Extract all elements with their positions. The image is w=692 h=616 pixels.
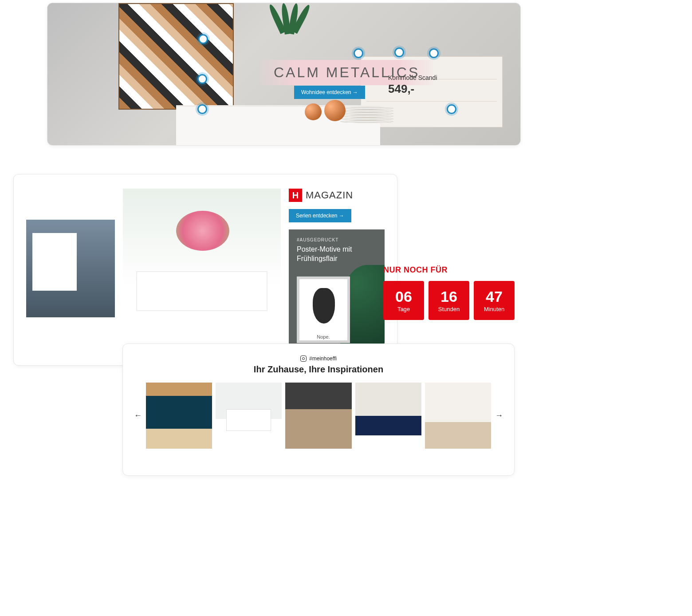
countdown-widget: NUR NOCH FÜR 06 Tage 16 Stunden 47 Minut… bbox=[383, 265, 515, 320]
logo-text: MAGAZIN bbox=[306, 190, 353, 201]
hotspot-marker[interactable] bbox=[197, 104, 207, 114]
instagram-icon bbox=[300, 355, 307, 362]
social-tile[interactable] bbox=[146, 383, 212, 449]
social-hashtag-row: #meinhoeffi bbox=[134, 355, 503, 362]
carousel-prev-button[interactable]: ← bbox=[134, 411, 142, 420]
hotspot-marker[interactable] bbox=[394, 47, 404, 57]
countdown-label: Tage bbox=[397, 306, 410, 312]
social-tiles bbox=[146, 383, 491, 449]
plates-decor bbox=[340, 96, 393, 123]
magazine-logo: H MAGAZIN bbox=[289, 189, 385, 202]
hotspot-marker[interactable] bbox=[429, 48, 439, 58]
countdown-label: Stunden bbox=[438, 306, 460, 312]
flower-decor bbox=[176, 211, 229, 251]
copper-ball-decor bbox=[324, 100, 346, 121]
product-price: 549,- bbox=[388, 82, 437, 96]
countdown-title: NUR NOCH FÜR bbox=[383, 265, 515, 275]
poster-frame-decor bbox=[297, 276, 350, 343]
poster-caption: Nope. bbox=[297, 334, 350, 340]
discover-series-button[interactable]: Serien entdecken → bbox=[289, 209, 351, 222]
logo-h-icon: H bbox=[289, 189, 302, 202]
countdown-value: 16 bbox=[440, 289, 457, 304]
hotspot-marker[interactable] bbox=[354, 48, 363, 58]
hero-product-callout[interactable]: Kommode Scandi 549,- bbox=[388, 74, 437, 96]
social-tile[interactable] bbox=[285, 383, 351, 449]
social-hashtag: #meinhoeffi bbox=[309, 355, 337, 362]
poster-ohlala: oh la la bbox=[38, 245, 48, 275]
social-inspiration-card: #meinhoeffi Ihr Zuhause, Ihre Inspiratio… bbox=[122, 344, 515, 476]
countdown-label: Minuten bbox=[484, 306, 504, 312]
countdown-value: 06 bbox=[395, 289, 412, 304]
hero-pattern-dresser bbox=[118, 3, 234, 110]
hotspot-marker[interactable] bbox=[197, 74, 207, 84]
copper-ball-decor bbox=[305, 103, 322, 120]
countdown-days: 06 Tage bbox=[383, 281, 424, 320]
product-name: Kommode Scandi bbox=[388, 74, 437, 81]
poster-tile[interactable]: #AUSGEDRUCKT Poster-Motive mit Frühlings… bbox=[289, 229, 385, 351]
table-decor bbox=[136, 271, 267, 311]
magazine-thumb-dining[interactable] bbox=[123, 189, 281, 351]
social-tile[interactable] bbox=[216, 383, 282, 449]
countdown-minutes: 47 Minuten bbox=[474, 281, 515, 320]
magazine-card: oh la la H MAGAZIN Serien entdecken → #A… bbox=[13, 174, 397, 366]
poster-title: Poster-Motive mit Frühlingsflair bbox=[297, 245, 377, 264]
carousel-next-button[interactable]: → bbox=[495, 411, 503, 420]
social-tile[interactable] bbox=[425, 383, 491, 449]
plant-decor bbox=[265, 3, 318, 56]
social-title: Ihr Zuhause, Ihre Inspirationen bbox=[134, 364, 503, 375]
poster-tag: #AUSGEDRUCKT bbox=[297, 237, 377, 242]
hero-banner: CALM METALLICS Wohnidee entdecken → Komm… bbox=[47, 3, 521, 146]
hotspot-marker[interactable] bbox=[447, 104, 456, 114]
discover-idea-button[interactable]: Wohnidee entdecken → bbox=[294, 86, 365, 99]
social-tile[interactable] bbox=[355, 383, 421, 449]
countdown-hours: 16 Stunden bbox=[429, 281, 469, 320]
hotspot-marker[interactable] bbox=[198, 34, 208, 44]
magazine-thumb-bedroom[interactable]: oh la la bbox=[26, 220, 115, 317]
countdown-value: 47 bbox=[486, 289, 503, 304]
